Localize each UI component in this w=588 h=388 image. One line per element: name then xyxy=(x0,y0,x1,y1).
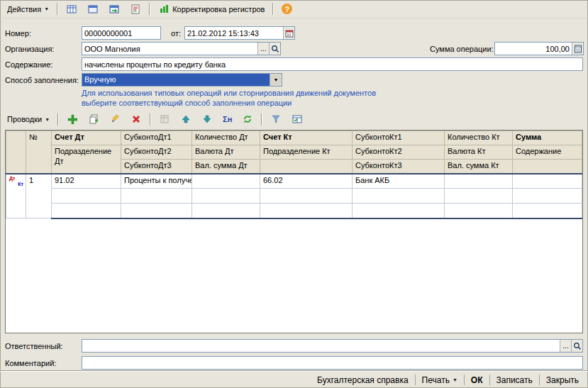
move-down-button[interactable] xyxy=(197,112,217,127)
close-button[interactable]: Закрыть xyxy=(540,373,585,387)
date-field[interactable] xyxy=(184,26,295,40)
toolbar-separator xyxy=(272,3,274,15)
copy-row-button[interactable] xyxy=(84,112,104,127)
content-field[interactable] xyxy=(82,57,583,71)
responsible-label: Ответственный: xyxy=(5,342,63,350)
totals-button[interactable]: Σн xyxy=(218,112,236,127)
cell-debit-currency[interactable] xyxy=(192,189,260,204)
operation-sum-input[interactable] xyxy=(495,43,572,55)
save-button[interactable]: Записать xyxy=(490,373,539,387)
col-header-credit-subconto3: СубконтоКт3 xyxy=(353,160,445,174)
number-input[interactable] xyxy=(82,27,160,39)
fill-method-hint-line1: Для использования типовых операций или с… xyxy=(82,89,376,97)
add-icon xyxy=(67,113,78,125)
cell-credit-account[interactable]: 66.02 xyxy=(260,174,353,189)
table-subrow[interactable] xyxy=(6,204,582,218)
cell-row-number[interactable]: 1 xyxy=(26,174,52,218)
cell-sum-selected[interactable]: 100,00 xyxy=(513,174,582,189)
date-input[interactable] xyxy=(185,27,283,39)
posting-marker-cell: Дт Кт xyxy=(6,174,26,218)
col-header-num: № xyxy=(26,131,52,174)
cell-debit-subconto2[interactable] xyxy=(121,189,192,204)
cell-debit-subconto1[interactable]: Проценты к получен... xyxy=(121,174,192,189)
col-header-credit-cur-sum: Вал. сумма Кт xyxy=(445,160,513,174)
calendar-button[interactable] xyxy=(283,27,294,39)
operation-sum-field[interactable] xyxy=(494,42,584,55)
ok-button[interactable]: ОК xyxy=(465,373,489,387)
col-header-debit-quantity: Количество Дт xyxy=(192,131,260,145)
cell-credit-cur-sum[interactable] xyxy=(445,204,513,218)
cell-credit-department[interactable] xyxy=(260,189,353,204)
comment-input[interactable] xyxy=(82,357,582,369)
table-subrow[interactable] xyxy=(6,189,582,204)
command-toolbar: Действия ▼ Корректировка регистров ? xyxy=(0,0,588,18)
table-row[interactable]: Дт Кт 1 91.02 Проценты к получен... 66.0… xyxy=(6,174,582,189)
cell-debit-quantity[interactable] xyxy=(192,174,260,189)
cell-content[interactable] xyxy=(513,189,582,204)
cell-credit-quantity[interactable] xyxy=(445,174,513,189)
print-button[interactable]: Печать ▼ xyxy=(416,373,464,387)
edit-row-button[interactable] xyxy=(105,112,125,127)
organization-lookup-button[interactable] xyxy=(269,43,280,55)
bottom-button-bar: Бухгалтерская справка Печать ▼ ОК Записа… xyxy=(0,371,588,388)
move-up-icon xyxy=(180,113,192,125)
registers-button[interactable] xyxy=(104,1,124,16)
delete-row-button[interactable] xyxy=(126,112,146,127)
copy-icon xyxy=(88,113,99,125)
organization-field[interactable]: ... xyxy=(82,42,281,55)
add-row-button[interactable] xyxy=(62,112,82,127)
cell-credit-currency[interactable] xyxy=(445,189,513,204)
cell-credit-subconto3[interactable] xyxy=(353,204,445,218)
cell-credit-subconto1[interactable]: Банк АКБ xyxy=(353,174,445,189)
cell-debit-cur-sum[interactable] xyxy=(192,204,260,218)
cell-debit-empty[interactable] xyxy=(52,204,121,218)
calculator-icon xyxy=(572,43,583,55)
cell-debit-department[interactable] xyxy=(52,189,121,204)
help-icon: ? xyxy=(282,4,292,14)
fill-method-hint-line2: выберите соответствующий способ заполнен… xyxy=(82,99,292,107)
responsible-field[interactable]: ... xyxy=(82,339,583,353)
cell-credit-empty[interactable] xyxy=(260,204,353,218)
dropdown-icon[interactable]: ▼ xyxy=(270,74,282,86)
calculator-button[interactable] xyxy=(572,43,583,55)
move-up-button[interactable] xyxy=(176,112,196,127)
organization-input[interactable] xyxy=(82,43,257,55)
cell-credit-subconto2[interactable] xyxy=(353,189,445,204)
end-edit-button[interactable] xyxy=(155,112,174,127)
actions-menu-button[interactable]: Действия ▼ xyxy=(3,1,53,16)
col-header-credit-account: Счет Кт xyxy=(260,131,353,145)
col-header-credit-subconto2: СубконтоКт2 xyxy=(353,145,445,160)
report-button[interactable] xyxy=(126,1,145,16)
show-list-button[interactable] xyxy=(62,1,82,16)
accounting-note-button[interactable]: Бухгалтерская справка xyxy=(311,373,415,387)
register-correction-icon xyxy=(158,4,170,15)
list-settings-button[interactable] xyxy=(287,112,307,127)
fill-method-select[interactable]: Вручную ▼ xyxy=(82,73,282,87)
responsible-lookup-button[interactable] xyxy=(571,340,582,352)
responsible-ellipsis-button[interactable]: ... xyxy=(560,340,571,352)
comment-label: Комментарий: xyxy=(5,359,56,367)
filter-sort-button[interactable] xyxy=(266,112,286,127)
comment-field[interactable] xyxy=(82,356,583,370)
col-header-debit-cur-sum: Вал. сумма Дт xyxy=(192,160,260,174)
content-label: Содержание: xyxy=(5,60,52,69)
help-button[interactable]: ? xyxy=(277,1,296,16)
toolbar-separator xyxy=(150,113,151,126)
organization-ellipsis-button[interactable]: ... xyxy=(257,43,269,55)
chevron-down-icon: ▼ xyxy=(453,377,457,382)
col-header-debit-account: Счет Дт xyxy=(52,131,121,145)
cell-debit-account[interactable]: 91.02 xyxy=(52,174,121,189)
refresh-button[interactable] xyxy=(238,112,257,127)
postings-table-area[interactable]: № Счет Дт СубконтоДт1 Количество Дт Счет… xyxy=(5,130,583,333)
register-correction-button[interactable]: Корректировка регистров xyxy=(154,1,269,16)
postings-menu-button[interactable]: Проводки ▼ xyxy=(3,112,54,127)
document-movements-button[interactable] xyxy=(83,1,103,16)
content-input[interactable] xyxy=(82,58,582,70)
responsible-input[interactable] xyxy=(82,340,560,352)
number-field[interactable] xyxy=(82,26,161,40)
magnifier-icon xyxy=(270,43,280,55)
cell-sum-empty[interactable] xyxy=(513,204,582,218)
col-header-debit-subconto3: СубконтоДт3 xyxy=(121,160,192,174)
calendar-icon xyxy=(284,28,294,39)
cell-debit-subconto3[interactable] xyxy=(121,204,192,218)
